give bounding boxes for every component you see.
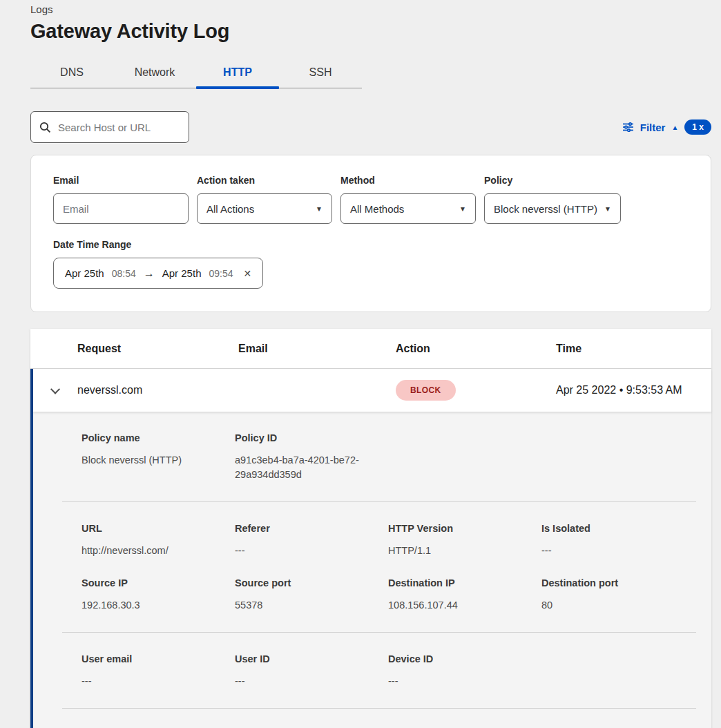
referer-label: Referer: [235, 523, 388, 534]
filter-count-badge[interactable]: 1 x: [684, 119, 711, 135]
http-version-label: HTTP Version: [388, 523, 541, 534]
tab-network[interactable]: Network: [113, 59, 196, 88]
http-version-field: HTTP Version HTTP/1.1: [388, 523, 541, 558]
action-taken-field: Action taken All Actions ▼: [197, 175, 332, 224]
block-status-badge: BLOCK: [396, 380, 456, 401]
action-taken-label: Action taken: [197, 175, 332, 186]
chevron-down-icon: ▼: [604, 205, 611, 213]
user-id-value: ---: [235, 674, 388, 689]
empty-cell: [541, 653, 695, 689]
range-end-time[interactable]: 09:54: [209, 268, 233, 279]
user-email-field: User email ---: [81, 653, 235, 689]
row-time-cell: Apr 25 2022 • 9:53:53 AM: [556, 384, 711, 396]
search-box[interactable]: [30, 111, 189, 143]
gateway-activity-log-page: Logs Gateway Activity Log DNS Network HT…: [0, 0, 721, 728]
policy-field: Policy Block neverssl (HTTP) ▼: [484, 175, 621, 224]
email-filter-input[interactable]: [53, 193, 189, 224]
date-time-range-field: Date Time Range Apr 25th 08:54 → Apr 25t…: [53, 239, 689, 289]
column-header-email: Email: [238, 343, 396, 355]
column-header-request: Request: [77, 343, 238, 355]
url-field: URL http://neverssl.com/: [81, 523, 235, 558]
destination-port-value: 80: [541, 598, 695, 613]
chevron-down-icon: ▼: [459, 205, 466, 213]
clear-date-range-icon[interactable]: ✕: [244, 268, 252, 279]
expanded-row-block: neverssl.com BLOCK Apr 25 2022 • 9:53:53…: [30, 369, 711, 728]
method-value: All Methods: [350, 203, 404, 215]
search-input[interactable]: [58, 122, 180, 133]
user-id-label: User ID: [235, 653, 388, 664]
column-header-action: Action: [396, 343, 556, 355]
toolbar: Filter ▲ 1 x: [30, 111, 711, 143]
row-details-panel: Policy name Block neverssl (HTTP) Policy…: [33, 412, 711, 728]
tab-http[interactable]: HTTP: [196, 59, 279, 88]
page-title: Gateway Activity Log: [30, 20, 711, 43]
filter-collapse-caret-icon[interactable]: ▲: [671, 124, 678, 131]
source-port-value: 55378: [235, 598, 388, 613]
destination-port-label: Destination port: [541, 577, 695, 588]
is-isolated-label: Is Isolated: [541, 523, 695, 534]
source-port-field: Source port 55378: [235, 577, 388, 613]
arrow-right-icon: →: [144, 267, 155, 280]
device-id-label: Device ID: [388, 653, 541, 664]
details-footer: View domain details in Radar →: [62, 709, 696, 728]
policy-section: Policy name Block neverssl (HTTP) Policy…: [62, 412, 696, 501]
referer-value: ---: [235, 544, 388, 558]
policy-value: Block neverssl (HTTP): [494, 203, 597, 215]
is-isolated-value: ---: [541, 544, 695, 558]
policy-id-link[interactable]: a91c3eb4-ba7a-4201-be72-29a934dd359d: [235, 453, 367, 482]
range-end-date[interactable]: Apr 25th: [162, 267, 202, 279]
tab-dns[interactable]: DNS: [30, 59, 113, 88]
policy-id-field: Policy ID a91c3eb4-ba7a-4201-be72-29a934…: [235, 432, 388, 482]
email-filter-label: Email: [53, 175, 189, 186]
column-header-time: Time: [556, 343, 711, 355]
method-field: Method All Methods ▼: [340, 175, 476, 224]
breadcrumb[interactable]: Logs: [30, 3, 711, 15]
row-action-cell: BLOCK: [396, 380, 556, 401]
tab-ssh[interactable]: SSH: [279, 59, 362, 88]
range-start-time[interactable]: 08:54: [112, 268, 136, 279]
policy-label: Policy: [484, 175, 621, 186]
user-id-field: User ID ---: [235, 653, 388, 689]
date-time-range-picker[interactable]: Apr 25th 08:54 → Apr 25th 09:54 ✕: [53, 258, 263, 289]
range-start-date[interactable]: Apr 25th: [65, 267, 104, 279]
filter-controls: Filter ▲ 1 x: [622, 119, 711, 135]
policy-id-label: Policy ID: [235, 432, 388, 443]
row-request-cell[interactable]: neverssl.com: [77, 384, 238, 396]
destination-ip-field: Destination IP 108.156.107.44: [388, 577, 541, 613]
destination-ip-value: 108.156.107.44: [388, 598, 541, 613]
request-section: URL http://neverssl.com/ Referer --- HTT…: [62, 502, 696, 632]
user-email-label: User email: [81, 653, 235, 664]
source-ip-field: Source IP 192.168.30.3: [81, 577, 235, 613]
device-id-field: Device ID ---: [388, 653, 541, 689]
policy-name-label: Policy name: [81, 432, 235, 443]
url-value: http://neverssl.com/: [81, 544, 235, 558]
user-section: User email --- User ID --- Device ID ---: [62, 633, 696, 708]
policy-select[interactable]: Block neverssl (HTTP) ▼: [484, 193, 621, 224]
source-ip-value: 192.168.30.3: [81, 598, 235, 613]
table-row[interactable]: neverssl.com BLOCK Apr 25 2022 • 9:53:53…: [33, 369, 711, 412]
filter-panel: Email Action taken All Actions ▼ Method …: [30, 155, 711, 312]
destination-port-field: Destination port 80: [541, 577, 695, 613]
destination-ip-label: Destination IP: [388, 577, 541, 588]
referer-field: Referer ---: [235, 523, 388, 558]
email-filter-field: Email: [53, 175, 189, 224]
policy-name-value: Block neverssl (HTTP): [81, 453, 235, 468]
activity-log-table: Request Email Action Time neverssl.com B…: [30, 329, 711, 728]
chevron-down-icon: ▼: [316, 205, 323, 213]
source-port-label: Source port: [235, 577, 388, 588]
method-label: Method: [340, 175, 476, 186]
url-label: URL: [81, 523, 235, 534]
method-select[interactable]: All Methods ▼: [340, 193, 476, 224]
action-taken-select[interactable]: All Actions ▼: [197, 193, 332, 224]
collapse-row-chevron-icon[interactable]: [50, 385, 60, 394]
policy-name-field: Policy name Block neverssl (HTTP): [81, 432, 235, 482]
action-taken-value: All Actions: [206, 203, 254, 215]
tab-bar: DNS Network HTTP SSH: [30, 59, 362, 88]
device-id-value: ---: [388, 674, 541, 689]
user-email-value: ---: [81, 674, 235, 689]
filter-sliders-icon[interactable]: [622, 122, 634, 133]
filter-button[interactable]: Filter: [640, 122, 666, 133]
http-version-value: HTTP/1.1: [388, 544, 541, 558]
is-isolated-field: Is Isolated ---: [541, 523, 695, 558]
date-time-range-label: Date Time Range: [53, 239, 689, 250]
